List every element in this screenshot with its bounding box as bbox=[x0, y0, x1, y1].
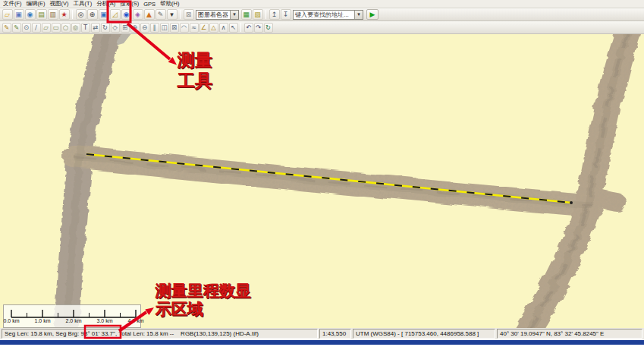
create-text-button[interactable]: T bbox=[81, 23, 90, 33]
split-line-button[interactable]: ∥ bbox=[150, 23, 159, 33]
measure-segment-button[interactable]: ∠ bbox=[199, 23, 209, 33]
toolbar-separator bbox=[72, 10, 73, 19]
toolbar-icon: ∕ bbox=[35, 24, 37, 31]
measure-tool-button[interactable]: ◿ bbox=[110, 9, 121, 20]
edit-vertices-button[interactable]: ⊞ bbox=[121, 23, 130, 33]
raster-toolbar-group: ▦ ▨ bbox=[240, 9, 263, 20]
view-toolbar-group: ◎ ⊕ ▣ bbox=[75, 9, 109, 20]
lock-views-button[interactable]: ⊠ bbox=[184, 9, 194, 20]
toolbar-icon: ▤ bbox=[38, 11, 45, 18]
create-area-button[interactable]: ▱ bbox=[42, 23, 51, 33]
menu-item[interactable]: 工具(T) bbox=[71, 0, 95, 8]
lock-icon: ⊠ bbox=[186, 11, 192, 18]
shader-combo[interactable]: 图册着色器 ▾ bbox=[196, 10, 239, 20]
toolbar-icon: ◎ bbox=[73, 24, 78, 31]
search-go-button[interactable]: ▶ bbox=[366, 9, 379, 20]
menu-item[interactable]: 视图(V) bbox=[48, 0, 71, 8]
toolbar-icon: ▣ bbox=[100, 11, 107, 18]
toolbar-icon: ⊖ bbox=[142, 24, 147, 31]
palette-button[interactable]: ◈ bbox=[133, 9, 143, 20]
move-feature-button[interactable]: ⇄ bbox=[91, 23, 100, 33]
chevron-down-icon[interactable]: ▾ bbox=[354, 11, 363, 19]
full-view-button[interactable]: ▣ bbox=[99, 9, 109, 20]
feature-info-button[interactable]: ◉ bbox=[121, 9, 132, 20]
scale-feature-button[interactable]: ◇ bbox=[111, 23, 120, 33]
load-previous-button[interactable]: ↥ bbox=[269, 9, 280, 20]
menu-item[interactable]: 编辑(E) bbox=[24, 0, 48, 8]
open-all-layers-button[interactable]: ▤ bbox=[36, 9, 47, 20]
map-viewport[interactable]: 0.0 km 1.0 km 2.0 km 3.0 km 4.0 km bbox=[0, 34, 644, 328]
toolbar-icon: ≈ bbox=[191, 24, 196, 31]
create-rectangle-button[interactable]: ▭ bbox=[52, 23, 61, 33]
select-features-button[interactable]: ↖ bbox=[229, 23, 238, 33]
crop-areas-button[interactable]: ⊠ bbox=[170, 23, 179, 33]
toolbar-icon: ⊙ bbox=[24, 24, 29, 31]
undo-button[interactable]: ↶ bbox=[244, 23, 253, 33]
toolbar-icon: ⊞ bbox=[122, 24, 127, 31]
terrain-3d-button[interactable]: ▲ bbox=[144, 9, 155, 20]
menu-item[interactable]: 文件(F) bbox=[1, 0, 24, 8]
load-next-button[interactable]: ↧ bbox=[281, 9, 291, 20]
digitizer-edit-button[interactable]: ✎ bbox=[2, 23, 11, 33]
status-measure-text: Seg Len: 15.8 km, Seg Brg: 98° 01' 33.7"… bbox=[5, 330, 174, 338]
toolbar-icon: ↷ bbox=[256, 24, 261, 31]
address-search-placeholder: 键入要查找的地址... bbox=[294, 11, 354, 19]
toolbar-icon: T bbox=[83, 24, 87, 31]
digitizer-edit-green-button[interactable]: ✎ bbox=[12, 23, 21, 33]
toolbar-icon: ↻ bbox=[265, 24, 271, 31]
toolbar-icon: ✎ bbox=[14, 24, 19, 31]
toolbar-icon: ⊕ bbox=[132, 24, 137, 31]
scale-label: 2.0 km bbox=[62, 318, 85, 323]
redraw-button[interactable]: ↻ bbox=[264, 23, 273, 33]
digitizer-toolbar: ✎ ✎ ⊙ ∕ ▱ ▭ ○ ◎ T ⇄ ↻ ◇ bbox=[0, 21, 644, 34]
capture-screen-button[interactable]: ▨ bbox=[253, 9, 263, 20]
measurement-endpoint bbox=[570, 201, 573, 204]
favorites-button[interactable]: ★ bbox=[59, 9, 70, 20]
snap-toggle-button[interactable]: ≈ bbox=[190, 23, 199, 33]
save-workspace-button[interactable]: ▣ bbox=[14, 9, 24, 20]
load-online-data-button[interactable]: ◉ bbox=[25, 9, 36, 20]
address-search-combo[interactable]: 键入要查找的地址... ▾ bbox=[293, 10, 363, 20]
toolbar-icon: ◈ bbox=[135, 11, 140, 18]
menu-item[interactable]: 分析(A) bbox=[94, 0, 118, 8]
zoom-in-button[interactable]: ⊕ bbox=[87, 9, 98, 20]
create-point-button[interactable]: ⊙ bbox=[22, 23, 31, 33]
buffer-button[interactable]: ◠ bbox=[180, 23, 189, 33]
menu-item[interactable]: 搜索(S) bbox=[118, 0, 141, 8]
scale-label: 1.0 km bbox=[31, 318, 54, 323]
toolbar-icon: ⊕ bbox=[90, 11, 96, 18]
digitizer-button[interactable]: ✎ bbox=[156, 9, 166, 20]
menu-item[interactable]: GPS bbox=[141, 1, 158, 8]
main-toolbar: ▱ ▣ ◉ ▤ ▥ ★ ◎ ⊕ ▣ ◿ bbox=[0, 8, 644, 21]
scale-bar-ruler bbox=[4, 305, 140, 327]
toolbar-icon: ▦ bbox=[243, 11, 250, 18]
zoom-tool-button[interactable]: ◎ bbox=[76, 9, 86, 20]
combine-areas-button[interactable]: ◫ bbox=[160, 23, 169, 33]
overlay-control-center-button[interactable]: ▥ bbox=[48, 9, 58, 20]
menu-bar: 文件(F) 编辑(E) 视图(V) 工具(T) 分析(A) 搜索(S) GPS … bbox=[0, 0, 644, 8]
redo-button[interactable]: ↷ bbox=[254, 23, 263, 33]
file-toolbar-group: ▱ ▣ ◉ ▤ ▥ ★ bbox=[2, 9, 70, 20]
export-raster-button[interactable]: ▦ bbox=[241, 9, 252, 20]
scale-label: 0.0 km bbox=[0, 318, 23, 323]
chevron-down-icon[interactable]: ▾ bbox=[230, 11, 238, 19]
create-range-rings-button[interactable]: ◎ bbox=[71, 23, 80, 33]
taskbar-edge bbox=[0, 340, 644, 345]
status-projection-coords: UTM (WGS84) - [ 715753.460, 4486958.588 … bbox=[353, 329, 495, 339]
menu-item[interactable]: 帮助(H) bbox=[158, 0, 181, 8]
create-circle-button[interactable]: ○ bbox=[61, 23, 71, 33]
measure-area-button[interactable]: △ bbox=[209, 23, 218, 33]
more-tools-dropdown[interactable]: ▾ bbox=[167, 9, 177, 20]
toolbar-separator bbox=[180, 10, 181, 19]
toolbar-icon: ⇄ bbox=[93, 24, 98, 31]
delete-vertex-button[interactable]: ⊖ bbox=[140, 23, 149, 33]
create-line-button[interactable]: ∕ bbox=[32, 23, 41, 33]
toolbar-icon: △ bbox=[211, 24, 216, 31]
add-vertex-button[interactable]: ⊕ bbox=[130, 23, 140, 33]
rotate-feature-button[interactable]: ↻ bbox=[101, 23, 110, 33]
toolbar-icon: ▣ bbox=[15, 11, 22, 18]
profile-path-button[interactable]: ∧ bbox=[219, 23, 228, 33]
nav-toolbar-group: ↥ ↧ bbox=[269, 9, 291, 20]
toolbar-icon: ∠ bbox=[201, 24, 207, 31]
open-file-button[interactable]: ▱ bbox=[2, 9, 13, 20]
